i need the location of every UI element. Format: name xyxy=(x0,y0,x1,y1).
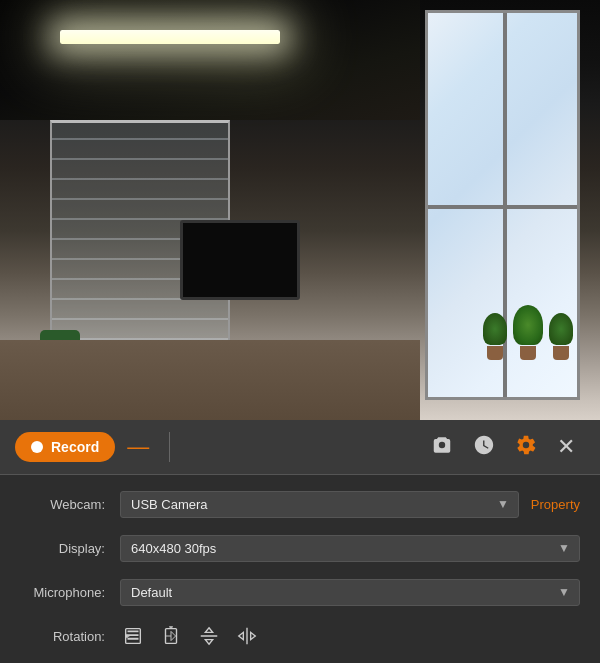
webcam-control: USB Camera Default Camera Virtual Camera… xyxy=(120,491,519,518)
rotation-90cw-button[interactable] xyxy=(158,623,184,649)
microphone-select[interactable]: Default Built-in Microphone USB Micropho… xyxy=(120,579,580,606)
settings-button[interactable] xyxy=(505,428,547,467)
display-select[interactable]: 640x480 30fps 1280x720 30fps 1920x1080 3… xyxy=(120,535,580,562)
rotation-row: Rotation: xyxy=(20,619,580,653)
timer-button[interactable] xyxy=(463,428,505,467)
settings-panel: Webcam: USB Camera Default Camera Virtua… xyxy=(0,475,600,663)
control-bar: Record — ✕ xyxy=(0,420,600,475)
toolbar-divider xyxy=(169,432,170,462)
camera-icon xyxy=(431,434,453,461)
record-label: Record xyxy=(51,439,99,455)
minimize-button[interactable]: — xyxy=(115,436,161,458)
rotation-label: Rotation: xyxy=(20,629,120,644)
snapshot-button[interactable] xyxy=(421,428,463,467)
record-dot xyxy=(31,441,43,453)
plants xyxy=(481,315,575,360)
rotation-none-button[interactable] xyxy=(120,623,146,649)
rotation-controls xyxy=(120,623,260,649)
ceiling-light xyxy=(60,30,280,44)
record-button[interactable]: Record xyxy=(15,432,115,462)
camera-preview xyxy=(0,0,600,420)
webcam-select[interactable]: USB Camera Default Camera Virtual Camera xyxy=(120,491,519,518)
microphone-label: Microphone: xyxy=(20,585,120,600)
rotation-flip-h-button[interactable] xyxy=(234,623,260,649)
gear-icon xyxy=(515,434,537,461)
microphone-control: Default Built-in Microphone USB Micropho… xyxy=(120,579,580,606)
tv-monitor xyxy=(180,220,300,300)
display-control: 640x480 30fps 1280x720 30fps 1920x1080 3… xyxy=(120,535,580,562)
timer-icon xyxy=(473,434,495,461)
rotation-flip-v-button[interactable] xyxy=(196,623,222,649)
display-label: Display: xyxy=(20,541,120,556)
close-button[interactable]: ✕ xyxy=(547,428,585,466)
desk-surface xyxy=(0,340,420,420)
property-link[interactable]: Property xyxy=(519,497,580,512)
webcam-row: Webcam: USB Camera Default Camera Virtua… xyxy=(20,487,580,521)
microphone-row: Microphone: Default Built-in Microphone … xyxy=(20,575,580,609)
webcam-label: Webcam: xyxy=(20,497,120,512)
close-icon: ✕ xyxy=(557,434,575,460)
minus-icon: — xyxy=(127,434,149,459)
display-row: Display: 640x480 30fps 1280x720 30fps 19… xyxy=(20,531,580,565)
